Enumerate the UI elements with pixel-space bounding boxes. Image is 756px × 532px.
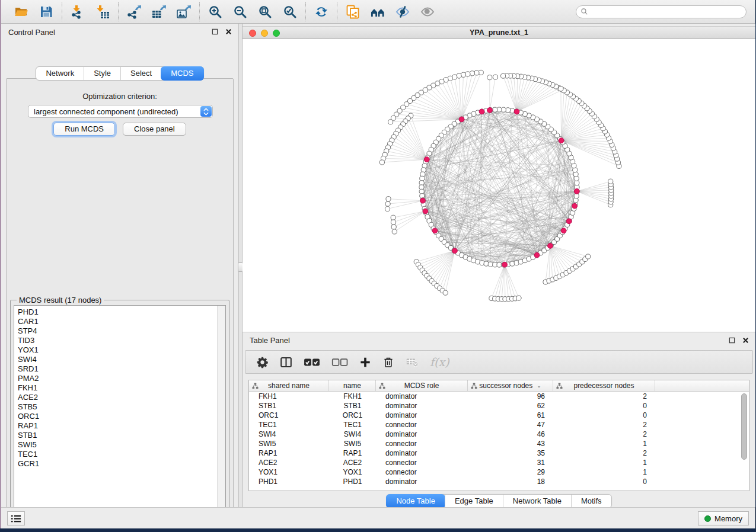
table-row[interactable]: STB1STB1dominator620 — [249, 401, 749, 411]
zoom-out-icon[interactable] — [232, 4, 248, 20]
import-table-icon[interactable] — [94, 4, 111, 20]
export-network-icon[interactable] — [126, 4, 142, 20]
cell-MCDS-role[interactable]: connector — [376, 420, 468, 430]
cell-name[interactable]: SWI5 — [329, 439, 376, 448]
cell-successor-nodes[interactable]: 18 — [468, 477, 553, 486]
mcds-result-item[interactable]: PHD1 — [18, 307, 225, 317]
table-row[interactable]: SWI5SWI5connector431 — [249, 439, 749, 448]
mcds-result-item[interactable]: TEC1 — [18, 450, 225, 459]
cell-predecessor-nodes[interactable]: 1 — [553, 458, 655, 467]
cell-predecessor-nodes[interactable]: 2 — [553, 448, 655, 458]
cell-MCDS-role[interactable]: dominator — [376, 401, 468, 411]
new-network-from-selection-icon[interactable] — [344, 4, 361, 20]
close-table-panel-icon[interactable] — [742, 336, 749, 344]
table-tab-edge-table[interactable]: Edge Table — [445, 495, 503, 508]
zoom-fit-icon[interactable] — [257, 4, 273, 20]
select-all-icon[interactable] — [304, 355, 320, 369]
cell-name[interactable]: SWI4 — [329, 430, 376, 439]
delete-icon[interactable] — [382, 355, 394, 369]
task-history-button[interactable] — [7, 511, 25, 525]
column-header-name[interactable]: name — [329, 380, 376, 391]
first-neighbors-icon[interactable] — [369, 4, 386, 20]
mcds-result-item[interactable]: STB1 — [18, 431, 225, 440]
cell-shared-name[interactable]: ORC1 — [249, 411, 329, 420]
cell-name[interactable]: RAP1 — [329, 448, 376, 458]
table-row[interactable]: PHD1PHD1dominator180 — [249, 477, 749, 486]
cell-predecessor-nodes[interactable]: 2 — [553, 430, 655, 439]
result-list-scrollbar[interactable] — [217, 306, 225, 513]
cell-successor-nodes[interactable]: 62 — [468, 401, 553, 411]
mcds-result-item[interactable]: STP4 — [18, 326, 225, 336]
cell-MCDS-role[interactable]: connector — [376, 458, 468, 467]
network-graph[interactable] — [243, 39, 755, 332]
cell-successor-nodes[interactable]: 35 — [468, 448, 553, 458]
cell-name[interactable]: TEC1 — [329, 420, 376, 430]
mcds-result-item[interactable]: GCR1 — [18, 459, 225, 469]
column-header-successor-nodes[interactable]: successor nodes⌄ — [468, 380, 553, 391]
float-panel-icon[interactable] — [211, 28, 219, 36]
column-header-predecessor-nodes[interactable]: predecessor nodes — [553, 380, 655, 391]
cell-shared-name[interactable]: PHD1 — [249, 477, 329, 486]
import-network-icon[interactable] — [69, 4, 86, 20]
table-scrollbar[interactable] — [741, 392, 748, 491]
cell-predecessor-nodes[interactable]: 0 — [553, 477, 655, 486]
export-table-icon[interactable] — [151, 4, 167, 20]
cell-successor-nodes[interactable]: 61 — [468, 411, 553, 420]
cell-shared-name[interactable]: SWI4 — [249, 430, 329, 439]
hide-graphics-details-icon[interactable] — [394, 4, 411, 20]
cell-predecessor-nodes[interactable]: 2 — [553, 420, 655, 430]
cell-shared-name[interactable]: YOX1 — [249, 467, 329, 477]
network-canvas[interactable] — [243, 39, 755, 332]
cell-predecessor-nodes[interactable]: 2 — [553, 392, 655, 401]
run-mcds-button[interactable]: Run MCDS — [53, 123, 115, 136]
cell-predecessor-nodes[interactable]: 1 — [553, 439, 655, 448]
cell-name[interactable]: YOX1 — [329, 467, 376, 477]
close-panel-button[interactable]: Close panel — [123, 123, 186, 136]
table-tab-motifs[interactable]: Motifs — [571, 495, 611, 508]
mcds-result-item[interactable]: RAP1 — [18, 421, 225, 431]
cell-shared-name[interactable]: SWI5 — [249, 439, 329, 448]
cell-predecessor-nodes[interactable]: 0 — [553, 401, 655, 411]
tab-select[interactable]: Select — [120, 67, 161, 80]
cell-successor-nodes[interactable]: 43 — [468, 439, 553, 448]
column-header-shared-name[interactable]: shared name — [249, 380, 329, 391]
refresh-icon[interactable] — [313, 4, 330, 20]
search-box[interactable] — [576, 5, 747, 18]
tab-style[interactable]: Style — [84, 67, 120, 80]
optimization-criterion-select[interactable]: largest connected component (undirected) — [28, 105, 213, 118]
memory-button[interactable]: Memory — [698, 511, 749, 525]
settings-icon[interactable] — [256, 355, 269, 369]
mcds-result-item[interactable]: YOX1 — [18, 345, 225, 355]
table-tab-network-table[interactable]: Network Table — [503, 495, 571, 508]
table-row[interactable]: ORC1ORC1dominator610 — [249, 411, 749, 420]
table-row[interactable]: ACE2ACE2connector311 — [249, 458, 749, 467]
add-icon[interactable] — [359, 355, 371, 369]
cell-name[interactable]: ACE2 — [329, 458, 376, 467]
zoom-selected-icon[interactable] — [282, 4, 298, 20]
cell-successor-nodes[interactable]: 47 — [468, 420, 553, 430]
cell-successor-nodes[interactable]: 96 — [468, 392, 553, 401]
node-table[interactable]: shared namenameMCDS rolesuccessor nodes⌄… — [248, 380, 749, 491]
cell-successor-nodes[interactable]: 29 — [468, 467, 553, 477]
zoom-in-icon[interactable] — [207, 4, 224, 20]
table-tab-node-table[interactable]: Node Table — [386, 494, 445, 508]
cell-predecessor-nodes[interactable]: 1 — [553, 467, 655, 477]
mcds-result-item[interactable]: SRD1 — [18, 364, 225, 374]
cell-name[interactable]: STB1 — [329, 401, 376, 411]
deselect-all-icon[interactable] — [331, 355, 348, 369]
column-header-MCDS-role[interactable]: MCDS role — [376, 380, 468, 391]
cell-shared-name[interactable]: TEC1 — [249, 420, 329, 430]
table-row[interactable]: YOX1YOX1connector291 — [249, 467, 749, 477]
open-folder-icon[interactable] — [13, 4, 30, 20]
cell-predecessor-nodes[interactable]: 0 — [553, 411, 655, 420]
cell-MCDS-role[interactable]: dominator — [376, 448, 468, 458]
table-row[interactable]: FKH1FKH1dominator962 — [249, 392, 749, 401]
search-input[interactable] — [588, 8, 736, 16]
save-icon[interactable] — [38, 4, 55, 20]
table-row[interactable]: SWI4SWI4dominator462 — [249, 430, 749, 439]
float-table-panel-icon[interactable] — [728, 336, 736, 344]
tab-mcds[interactable]: MCDS — [161, 66, 203, 81]
cell-MCDS-role[interactable]: dominator — [376, 430, 468, 439]
show-graphics-details-icon[interactable] — [419, 4, 436, 20]
mcds-result-item[interactable]: SWI4 — [18, 355, 225, 364]
